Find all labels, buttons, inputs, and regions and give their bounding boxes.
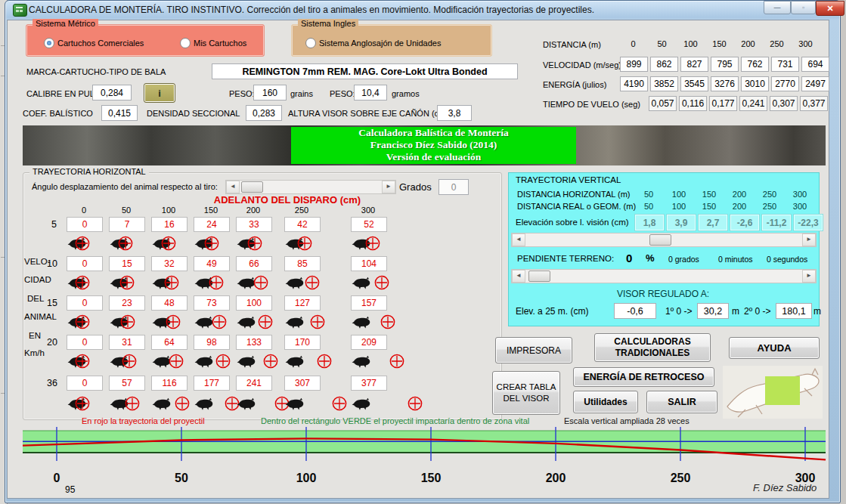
crear-tabla-visor-button[interactable]: CREAR TABLA DEL VISOR xyxy=(492,371,560,415)
tiempo-vuelo-value: 0,307 xyxy=(770,96,798,111)
adelanto-value[interactable]: 241 xyxy=(236,376,272,391)
densidad-input[interactable]: 0,283 xyxy=(246,105,282,121)
elevacion-value: -2,6 xyxy=(730,215,759,230)
scroll-right-icon[interactable]: ► xyxy=(382,181,395,193)
adelanto-value[interactable]: 133 xyxy=(236,335,272,350)
adelanto-value[interactable]: 377 xyxy=(351,376,387,391)
radio-anglosajon[interactable] xyxy=(305,38,316,48)
marca-input[interactable]: REMINGTON 7mm REM. MAG. Core-Lokt Ultra … xyxy=(212,63,518,79)
zero1-label: 1º 0 -> xyxy=(665,306,692,317)
boar-lead-icon xyxy=(109,273,144,292)
adelanto-value[interactable]: 66 xyxy=(236,256,272,271)
grados-input[interactable]: 0 xyxy=(438,179,469,195)
coef-input[interactable]: 0,415 xyxy=(101,105,138,121)
boar-lead-icon xyxy=(109,394,144,413)
info-button[interactable]: i xyxy=(144,83,175,103)
adelanto-value[interactable]: 0 xyxy=(67,335,103,350)
boar-lead-icon xyxy=(284,273,319,292)
scroll-left-icon[interactable]: ◄ xyxy=(512,233,525,246)
adelanto-value[interactable]: 157 xyxy=(351,295,387,311)
pendiente-scrollbar-thumb[interactable] xyxy=(528,271,550,282)
utilidades-button[interactable]: Utilidades xyxy=(573,391,638,413)
adelanto-value[interactable]: 116 xyxy=(151,376,187,391)
scroll-right-icon[interactable]: ► xyxy=(802,233,816,246)
boar-icon xyxy=(237,316,256,329)
adelanto-value[interactable]: 0 xyxy=(67,295,103,311)
adelanto-value[interactable]: 307 xyxy=(284,376,321,391)
adelanto-value[interactable]: 16 xyxy=(151,217,187,232)
banner-line1: Calculadora Balística de Montería xyxy=(291,127,576,139)
adelanto-value[interactable]: 98 xyxy=(194,335,230,350)
zero1-input[interactable]: 30,2 xyxy=(697,303,729,319)
adelanto-value[interactable]: 31 xyxy=(109,335,145,350)
adelanto-value[interactable]: 57 xyxy=(109,376,145,391)
calibre-input[interactable]: 0,284 xyxy=(92,85,132,100)
close-button[interactable]: ✕ xyxy=(816,1,844,16)
scroll-right-icon[interactable]: ► xyxy=(802,270,816,283)
elevacion-scrollbar-thumb[interactable] xyxy=(649,234,671,246)
window-title: CALCULADORA DE MONTERÍA. TIRO INSTINTIVO… xyxy=(29,5,594,15)
impresora-button[interactable]: IMPRESORA xyxy=(495,337,572,363)
boar-lead-icon xyxy=(67,312,101,332)
adelanto-value[interactable]: 15 xyxy=(109,256,145,271)
adelanto-value[interactable]: 32 xyxy=(151,256,187,271)
adelanto-col-header: 100 xyxy=(151,206,186,215)
distancia-value: 200 xyxy=(735,39,761,48)
dist-r-value: 300 xyxy=(786,202,813,211)
boar-icons-row-36 xyxy=(67,394,500,413)
radio-mis-cartuchos[interactable] xyxy=(180,38,191,48)
svg-text:0: 0 xyxy=(54,472,60,484)
scroll-left-icon[interactable]: ◄ xyxy=(226,181,240,193)
adelanto-value[interactable]: 85 xyxy=(284,256,321,271)
adelanto-value[interactable]: 73 xyxy=(194,295,230,311)
adelanto-value[interactable]: 24 xyxy=(194,217,230,232)
elevacion-scrollbar[interactable]: ◄ ► xyxy=(511,233,817,247)
adelanto-value[interactable]: 42 xyxy=(284,217,321,232)
adelanto-value[interactable]: 33 xyxy=(236,217,272,232)
adelanto-value[interactable]: 177 xyxy=(194,376,230,391)
adelanto-value[interactable]: 23 xyxy=(109,295,145,311)
elev25-input[interactable]: -0,6 xyxy=(614,303,656,319)
peso-gramos-input[interactable]: 10,4 xyxy=(354,85,387,100)
elevacion-value: 2,7 xyxy=(699,215,727,230)
pendiente-scrollbar[interactable]: ◄ ► xyxy=(511,269,817,283)
salir-button[interactable]: SALIR xyxy=(646,391,717,413)
adelanto-value[interactable]: 209 xyxy=(351,335,387,350)
adelanto-value[interactable]: 52 xyxy=(351,217,387,232)
adelanto-value[interactable]: 48 xyxy=(151,295,187,311)
radio-cartuchos-comerciales[interactable] xyxy=(44,38,54,48)
dist-real-label: DISTANCIA REAL o GEOM. (m) xyxy=(517,202,636,211)
zero2-input[interactable]: 180,1 xyxy=(776,303,812,319)
densidad-label: DENSIDAD SECCIONAL xyxy=(147,109,240,118)
boar-lead-icon xyxy=(67,273,101,292)
peso-grains-input[interactable]: 160 xyxy=(253,85,287,100)
elevacion-value: -11,2 xyxy=(762,215,791,230)
angulo-scrollbar-thumb[interactable] xyxy=(241,181,263,193)
velocidad-values: 899862827795762731694 xyxy=(620,57,829,72)
adelanto-value[interactable]: 0 xyxy=(67,217,103,232)
energia-value: 3545 xyxy=(680,76,708,91)
adelanto-value[interactable]: 64 xyxy=(151,335,187,350)
adelanto-value[interactable]: 104 xyxy=(351,256,387,271)
distancia-value: 0 xyxy=(620,39,646,48)
angulo-scrollbar[interactable]: ◄ ► xyxy=(225,180,396,194)
boar-icon xyxy=(352,277,371,290)
energia-retroceso-button[interactable]: ENERGÍA DE RETROCESO xyxy=(573,367,714,387)
adelanto-value[interactable]: 170 xyxy=(284,335,321,350)
minimize-button[interactable]: — xyxy=(764,1,791,14)
adelanto-value[interactable]: 127 xyxy=(284,295,321,311)
scroll-left-icon[interactable]: ◄ xyxy=(512,270,525,283)
maximize-button[interactable]: ▫ xyxy=(791,1,816,14)
calculadoras-tradicionales-button[interactable]: CALCULADORAS TRADICIONALES xyxy=(594,333,711,362)
adelanto-value[interactable]: 0 xyxy=(67,376,103,391)
energia-value: 2497 xyxy=(801,76,829,91)
adelanto-value[interactable]: 7 xyxy=(109,217,145,232)
altura-visor-input[interactable]: 3,8 xyxy=(437,105,472,121)
adelanto-value[interactable]: 49 xyxy=(194,256,230,271)
zero1-unit: m xyxy=(732,306,739,317)
adelanto-value[interactable]: 100 xyxy=(236,295,272,311)
radio-mis-cartuchos-label: Mis Cartuchos xyxy=(194,39,246,48)
adelanto-value[interactable]: 0 xyxy=(67,256,103,271)
energia-value: 3276 xyxy=(711,76,739,91)
ayuda-button[interactable]: AYUDA xyxy=(729,337,820,359)
